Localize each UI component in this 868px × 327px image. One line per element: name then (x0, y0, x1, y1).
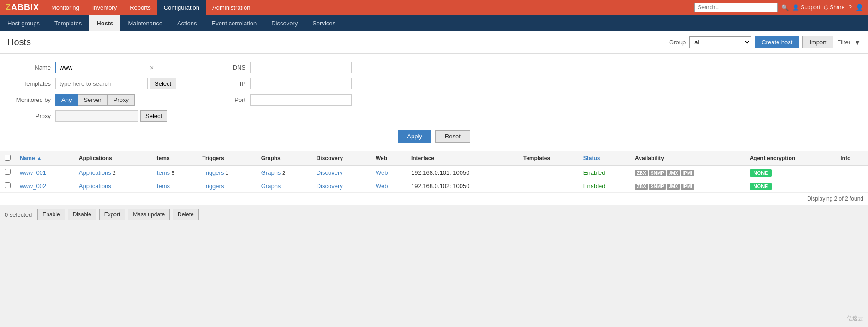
disable-button[interactable]: Disable (68, 209, 96, 220)
subnav-hosts[interactable]: Hosts (89, 15, 120, 31)
row-checkbox[interactable] (5, 169, 11, 175)
export-button[interactable]: Export (99, 209, 126, 220)
filter-ip-input[interactable] (250, 78, 352, 89)
select-all-checkbox[interactable] (5, 155, 11, 161)
table-container: Name ▲ Applications Items Triggers Graph… (0, 151, 868, 205)
monitored-any-button[interactable]: Any (55, 94, 78, 106)
web-link[interactable]: Web (376, 169, 388, 176)
top-nav: ZABBIX Monitoring Inventory Reports Conf… (0, 0, 868, 15)
row-applications: Applications 2 (74, 166, 150, 179)
share-button[interactable]: ⬡ Share (824, 4, 844, 11)
filter-ip-label: IP (204, 80, 250, 87)
filter-templates-input[interactable] (55, 78, 148, 89)
monitored-by-group: Any Server Proxy (55, 94, 135, 106)
table-row: www_001 Applications 2 Items 5 Triggers … (0, 166, 868, 179)
filter-proxy-select[interactable]: Select (140, 110, 167, 122)
filter-dns-label: DNS (204, 64, 250, 71)
enable-button[interactable]: Enable (37, 209, 65, 220)
sub-nav: Host groups Templates Hosts Maintenance … (0, 15, 868, 31)
logo-text: ZABBIX (6, 3, 39, 12)
filter-port-input[interactable] (250, 94, 352, 106)
row-graphs: Graphs 2 (257, 166, 312, 179)
avail-badge-ipmi: IPMI (681, 184, 694, 190)
triggers-link[interactable]: Triggers (202, 169, 224, 176)
top-nav-right: 🔍 👤 Support ⬡ Share ? 👤 (694, 3, 868, 12)
support-button[interactable]: 👤 Support (792, 4, 820, 11)
avail-badge-ipmi: IPMI (681, 170, 694, 176)
applications-link[interactable]: Applications (79, 183, 111, 190)
nav-inventory[interactable]: Inventory (86, 0, 123, 15)
host-name-link[interactable]: www_001 (20, 169, 46, 176)
global-search-input[interactable] (694, 3, 778, 12)
nav-administration[interactable]: Administration (206, 0, 257, 15)
row-templates (519, 179, 579, 193)
discovery-link[interactable]: Discovery (317, 183, 343, 190)
filter-icon[interactable]: ▼ (854, 39, 861, 46)
filter-proxy-row: Proxy Select (9, 110, 176, 122)
discovery-link[interactable]: Discovery (317, 169, 343, 176)
subnav-services[interactable]: Services (305, 15, 343, 31)
col-name[interactable]: Name ▲ (15, 151, 74, 166)
nav-reports[interactable]: Reports (123, 0, 157, 15)
filter-port-row: Port (204, 94, 352, 106)
filter-name-clear[interactable]: × (148, 64, 156, 71)
row-availability: ZBXSNMPJMXIPMI (630, 166, 745, 179)
apply-button[interactable]: Apply (398, 130, 431, 143)
row-triggers: Triggers 1 (198, 166, 257, 179)
graphs-link[interactable]: Graphs (261, 183, 281, 190)
monitored-proxy-button[interactable]: Proxy (108, 94, 135, 106)
row-web: Web (371, 179, 407, 193)
filter-templates-row: Templates Select (9, 78, 176, 89)
bottom-actions: 0 selected Enable Disable Export Mass up… (0, 205, 868, 224)
row-checkbox[interactable] (5, 182, 11, 188)
group-select[interactable]: all Discovered hosts Hypervisors Linux s… (689, 36, 751, 48)
nav-configuration[interactable]: Configuration (157, 0, 206, 15)
web-link[interactable]: Web (376, 183, 388, 190)
row-interface: 192.168.0.101: 10050 (407, 166, 519, 179)
subnav-event-correlation[interactable]: Event correlation (204, 15, 264, 31)
filter-monitored-row: Monitored by Any Server Proxy (9, 94, 176, 106)
filter-templates-select[interactable]: Select (150, 78, 176, 89)
search-icon: 🔍 (781, 4, 789, 11)
filter-dns-input[interactable] (250, 62, 352, 73)
col-discovery: Discovery (312, 151, 371, 166)
user-button[interactable]: 👤 (856, 4, 863, 11)
col-interface: Interface (407, 151, 519, 166)
col-status[interactable]: Status (579, 151, 630, 166)
table-row: www_002 Applications Items Triggers Grap… (0, 179, 868, 193)
subnav-maintenance[interactable]: Maintenance (120, 15, 169, 31)
status-text: Enabled (583, 183, 605, 190)
subnav-host-groups[interactable]: Host groups (0, 15, 47, 31)
items-link[interactable]: Items (155, 183, 170, 190)
col-agent-encryption: Agent encryption (745, 151, 836, 166)
subnav-discovery[interactable]: Discovery (264, 15, 305, 31)
triggers-link[interactable]: Triggers (202, 183, 224, 190)
import-button[interactable]: Import (802, 36, 833, 48)
filter-proxy-input[interactable] (55, 110, 138, 122)
page-header: Hosts Group all Discovered hosts Hypervi… (0, 31, 868, 54)
table-head: Name ▲ Applications Items Triggers Graph… (0, 151, 868, 166)
row-applications: Applications (74, 179, 150, 193)
create-host-button[interactable]: Create host (755, 36, 799, 48)
host-name-link[interactable]: www_002 (20, 183, 46, 190)
help-button[interactable]: ? (848, 4, 852, 11)
nav-monitoring[interactable]: Monitoring (45, 0, 86, 15)
row-graphs: Graphs (257, 179, 312, 193)
mass-update-button[interactable]: Mass update (128, 209, 170, 220)
items-link[interactable]: Items (155, 169, 170, 176)
filter-name-input[interactable] (56, 62, 148, 73)
table-body: www_001 Applications 2 Items 5 Triggers … (0, 166, 868, 193)
row-name: www_001 (15, 166, 74, 179)
monitored-server-button[interactable]: Server (78, 94, 107, 106)
delete-button[interactable]: Delete (173, 209, 199, 220)
reset-button[interactable]: Reset (435, 130, 470, 143)
filter-panel: Name × Templates Select Monitored by Any… (0, 54, 868, 151)
graphs-link[interactable]: Graphs (261, 169, 281, 176)
table-footer: Displaying 2 of 2 found (0, 193, 868, 205)
row-encryption: NONE (745, 166, 836, 179)
row-info (836, 179, 868, 193)
subnav-actions[interactable]: Actions (170, 15, 204, 31)
applications-link[interactable]: Applications (79, 169, 111, 176)
subnav-templates[interactable]: Templates (47, 15, 89, 31)
page-title: Hosts (7, 37, 669, 48)
